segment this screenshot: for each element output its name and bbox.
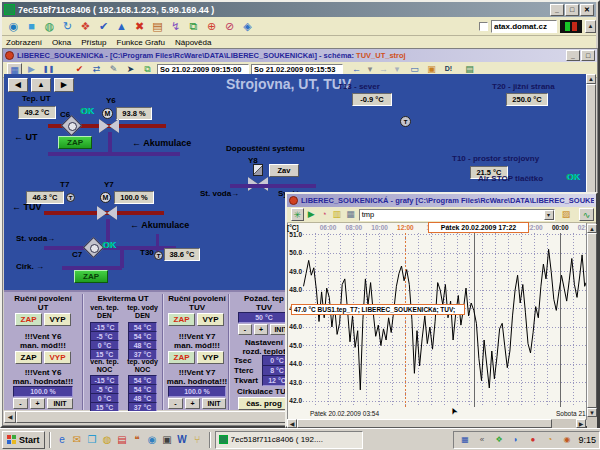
tray-update-icon[interactable]: ❖ [491, 435, 506, 444]
c6-zap-indicator[interactable]: ZAP [58, 136, 92, 149]
menu-funkce-grafu[interactable]: Funkce Grafu [117, 38, 165, 47]
maximize-icon[interactable]: □ [565, 4, 579, 16]
nav-right-icon[interactable]: ▶ [54, 78, 74, 92]
session-icon[interactable]: ◉ [5, 19, 22, 34]
windows-logo-icon [7, 435, 16, 444]
tuv-zap-button[interactable]: ZAP [168, 313, 195, 326]
ut-zap-button[interactable]: ZAP [15, 313, 42, 326]
address-input[interactable] [491, 20, 557, 33]
play-icon[interactable]: ▶ [306, 208, 317, 221]
pozad-plus-button[interactable]: + [254, 324, 268, 335]
menu-napoveda[interactable]: Nápověda [175, 38, 211, 47]
vent-y7-minus-button[interactable]: - [168, 398, 183, 409]
app-titlebar[interactable]: 7ec518f711c8406 ( 192.168.1.223, 5.99.16… [2, 2, 596, 17]
schema-maximize-icon[interactable]: □ [581, 50, 595, 61]
quicklaunch-mail-icon[interactable]: ✉ [70, 434, 85, 445]
scroll-thumb[interactable] [587, 233, 597, 408]
vent-y6-value: 100.0 % [13, 386, 73, 397]
nav-left-icon[interactable]: ◀ [8, 78, 28, 92]
vent-y7-vyp-button[interactable]: VYP [197, 351, 224, 364]
scroll-left-icon[interactable]: ◀ [4, 411, 16, 423]
alarm-icon[interactable]: ✖ [131, 19, 148, 34]
quicklaunch-player-icon[interactable]: ◉ [145, 434, 160, 445]
scroll-thumb[interactable] [297, 419, 552, 428]
tray-volume-icon[interactable]: ◗ [508, 435, 523, 444]
scroll-down-icon[interactable]: ▼ [587, 408, 597, 417]
combo-dropdown-icon[interactable]: ▾ [544, 210, 554, 220]
send-icon[interactable]: ⊘ [221, 19, 238, 34]
quicklaunch-save-icon[interactable]: ▤ [115, 434, 130, 445]
open-folder-icon[interactable]: ▨ [559, 208, 574, 221]
scroll-up-icon[interactable]: ▲ [587, 224, 597, 233]
tray-display-icon[interactable]: ◔ [542, 435, 557, 444]
vent-y7-init-button[interactable]: INIT [202, 398, 226, 409]
graph-vscrollbar[interactable]: ▲ ▼ [587, 224, 597, 428]
pozad-tep-value: 50 °C [238, 312, 290, 323]
scroll-up-icon[interactable]: ▲ [586, 74, 596, 84]
c7-zap-indicator[interactable]: ZAP [74, 270, 108, 283]
refresh-icon[interactable]: ↻ [59, 19, 76, 34]
search-icon[interactable]: ↯ [167, 19, 184, 34]
stop-icon[interactable]: ■ [23, 19, 40, 34]
vent-y7-zap-button[interactable]: ZAP [168, 351, 195, 364]
export-icon[interactable]: ▤ [149, 19, 166, 34]
schema-titlebar[interactable]: LIBEREC_SOUKENICKá - [C:\Program Files\R… [3, 49, 597, 62]
pozad-minus-button[interactable]: - [238, 324, 252, 335]
quicklaunch-browser-icon[interactable]: e [55, 434, 70, 445]
nav-up-icon[interactable]: ▲ [31, 78, 51, 92]
ut-vyp-button[interactable]: VYP [44, 313, 71, 326]
quicklaunch-tools-icon[interactable]: ⑂ [190, 434, 205, 445]
address-checkbox[interactable] [479, 22, 488, 31]
tray-antivirus-icon[interactable]: ● [525, 435, 540, 444]
chart-icon[interactable]: ▲ [113, 19, 130, 34]
windows-icon[interactable]: ❖ [77, 19, 94, 34]
start-button[interactable]: Start [2, 431, 45, 449]
globe-icon[interactable]: ◍ [41, 19, 58, 34]
link-icon[interactable]: ◈ [239, 19, 256, 34]
close-icon[interactable]: ✕ [580, 4, 594, 16]
new-graph-icon[interactable]: ✳ [291, 208, 304, 221]
vent-y7-plus-button[interactable]: + [185, 398, 200, 409]
quicklaunch-photo-icon[interactable]: ▣ [160, 434, 175, 445]
quicklaunch-chat-icon[interactable]: ❝ [130, 434, 145, 445]
tray-messenger-icon[interactable]: ◉ [559, 435, 574, 444]
quicklaunch-word-icon[interactable]: W [175, 434, 190, 445]
target-icon[interactable]: ⊕ [203, 19, 220, 34]
graph-titlebar[interactable]: LIBEREC_SOUKENICKÁ - grafy [C:\Program F… [287, 194, 596, 207]
schema-minimize-icon[interactable]: _ [566, 50, 580, 61]
columns-icon[interactable]: ▥ [331, 208, 342, 221]
menu-zobrazeni[interactable]: Zobrazení [6, 38, 42, 47]
tuv-vyp-button[interactable]: VYP [197, 313, 224, 326]
toolbar-overflow-icon[interactable]: ▲ [585, 20, 596, 33]
scroll-left-icon[interactable]: ◀ [287, 419, 297, 428]
vent-y6-init-button[interactable]: INIT [47, 398, 73, 409]
table-icon[interactable]: ▦ [344, 208, 357, 221]
y6-motor-icon: M [102, 108, 113, 119]
valve-y7-icon[interactable] [97, 206, 117, 220]
minimize-icon[interactable]: _ [550, 4, 564, 16]
ack-icon[interactable]: ✔ [95, 19, 112, 34]
menu-okna[interactable]: Okna [52, 38, 71, 47]
tray-expand-icon[interactable]: « [474, 435, 489, 444]
x-tick-label: 00:00 [547, 224, 573, 231]
scroll-thumb[interactable] [586, 84, 596, 204]
vent-y6-zap-button[interactable]: ZAP [15, 351, 42, 364]
valve-y6-icon[interactable] [99, 119, 119, 133]
vent-y6-minus-button[interactable]: - [13, 398, 28, 409]
chart-end-label: Sobota 21 [556, 410, 586, 417]
quicklaunch-media-icon[interactable]: ◍ [100, 434, 115, 445]
graph-combo[interactable]: tmp ▾ [359, 209, 555, 221]
menu-pristup[interactable]: Přístup [81, 38, 106, 47]
task-button[interactable]: 7ec518f711c8406 ( 192.... [215, 431, 363, 449]
quicklaunch-desktop-icon[interactable]: ❐ [85, 434, 100, 445]
scroll-right-icon[interactable]: ▶ [576, 419, 586, 428]
tray-network-icon[interactable]: ▦ [457, 435, 472, 444]
cas-prog-button[interactable]: čas. prog [238, 397, 290, 410]
vent-y6-plus-button[interactable]: + [30, 398, 45, 409]
clock-icon[interactable]: ◔ [319, 208, 330, 221]
curve-icon[interactable]: ∿ [579, 208, 594, 221]
vent-y6-vyp-button[interactable]: VYP [44, 351, 71, 364]
clone-icon[interactable]: ⧉ [185, 19, 202, 34]
y8-zav-button[interactable]: Zav [269, 164, 299, 177]
graph-hscrollbar[interactable]: ◀ ▶ [287, 419, 586, 428]
